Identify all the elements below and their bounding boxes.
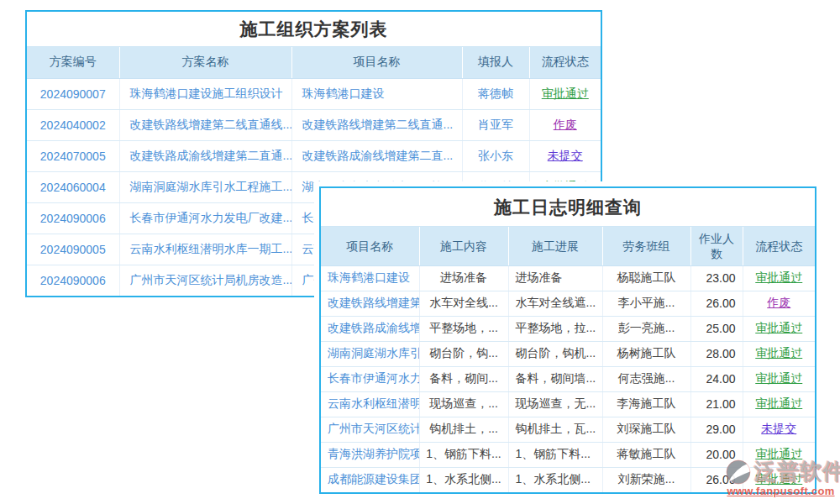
worker-count-cell: 25.00 bbox=[690, 316, 743, 341]
work-content-cell: 水车对全线... bbox=[419, 291, 508, 316]
table-row: 2024040002改建铁路线增建第二线直通线...改建铁路线增建第二线直通..… bbox=[27, 109, 601, 140]
column-header-status: 流程状态 bbox=[529, 47, 601, 78]
table-row: 长春市伊通河水力备料，砌间...备料，砌间墙...何志强施...24.00审批通… bbox=[321, 366, 815, 391]
table-row: 改建铁路线增建第水车对全线...水车对全线遮...李小平施...26.00作废 bbox=[321, 291, 815, 316]
labor-team-cell: 彭一亮施... bbox=[602, 316, 690, 341]
work-content-cell: 1、水系北侧... bbox=[419, 467, 508, 492]
header-row: 方案编号方案名称项目名称填报人流程状态 bbox=[27, 47, 601, 78]
table-row: 湖南洞庭湖水库引砌台阶，钩...砌台阶，钩机...杨树施工队28.00审批通过 bbox=[321, 341, 815, 366]
work-content-cell: 备料，砌间... bbox=[419, 366, 508, 391]
table-row: 2024090007珠海鹤港口建设施工组织设计珠海鹤港口建设蒋德帧审批通过 bbox=[27, 78, 601, 109]
project-name-cell[interactable]: 改建铁路成渝线增 bbox=[321, 316, 419, 341]
labor-team-cell: 杨聪施工队 bbox=[602, 265, 690, 291]
table-row: 改建铁路成渝线增平整场地，...平整场地，拉...彭一亮施...25.00审批通… bbox=[321, 316, 815, 341]
status-cell[interactable]: 审批通过 bbox=[743, 366, 815, 391]
table-row: 2024070005改建铁路成渝线增建第二直通...改建铁路成渝线增建第二直..… bbox=[27, 140, 601, 171]
status-cell[interactable]: 审批通过 bbox=[743, 316, 815, 341]
project-name-cell[interactable]: 珠海鹤港口建设 bbox=[291, 78, 462, 109]
work-progress-cell: 进场准备 bbox=[508, 265, 602, 291]
status-cell[interactable]: 审批通过 bbox=[743, 341, 815, 366]
worker-count-cell: 28.00 bbox=[690, 341, 743, 366]
status-cell[interactable]: 作废 bbox=[743, 291, 815, 316]
plan-id-cell[interactable]: 2024090006 bbox=[27, 265, 119, 296]
work-content-cell: 进场准备 bbox=[419, 265, 508, 291]
project-name-cell[interactable]: 青海洪湖养护院项 bbox=[321, 442, 419, 467]
plan-name-cell[interactable]: 广州市天河区统计局机房改造... bbox=[119, 265, 291, 296]
column-header-work-progress: 施工进展 bbox=[508, 227, 602, 265]
column-header-work-content: 施工内容 bbox=[419, 227, 508, 265]
plan-id-cell[interactable]: 2024090007 bbox=[27, 78, 119, 109]
worker-count-cell: 26.00 bbox=[690, 291, 743, 316]
worker-count-cell: 23.00 bbox=[690, 265, 743, 291]
worker-count-cell: 20.00 bbox=[690, 442, 743, 467]
reporter-cell: 蒋德帧 bbox=[462, 78, 529, 109]
plan-id-cell[interactable]: 2024040002 bbox=[27, 109, 119, 140]
project-name-cell[interactable]: 广州市天河区统计 bbox=[321, 417, 419, 442]
labor-team-cell: 蒋敏施工队 bbox=[602, 442, 690, 467]
work-progress-cell: 1、水系北侧... bbox=[508, 467, 602, 492]
table-row: 云南水利枢纽潜明现场巡查，...现场巡查，无...李海施工队21.00审批通过 bbox=[321, 391, 815, 417]
status-cell[interactable]: 审批通过 bbox=[743, 391, 815, 417]
reporter-cell: 肖亚军 bbox=[462, 109, 529, 140]
status-cell[interactable]: 未提交 bbox=[529, 140, 601, 171]
table-row: 成都能源建设集团1、水系北侧...1、水系北侧...刘新荣施...26.00审批… bbox=[321, 467, 815, 492]
column-header-worker-count: 作业人数 bbox=[690, 227, 743, 265]
column-header-project-name: 项目名称 bbox=[321, 227, 419, 265]
work-progress-cell: 1、钢筋下料... bbox=[508, 442, 602, 467]
plan-id-cell[interactable]: 2024060004 bbox=[27, 171, 119, 202]
worker-count-cell: 26.00 bbox=[690, 467, 743, 492]
reporter-cell: 张小东 bbox=[462, 140, 529, 171]
work-progress-cell: 钩机排土，瓦... bbox=[508, 417, 602, 442]
project-name-cell[interactable]: 改建铁路成渝线增建第二直... bbox=[291, 140, 462, 171]
labor-team-cell: 李海施工队 bbox=[602, 391, 690, 417]
plan-name-cell[interactable]: 云南水利枢纽潜明水库一期工... bbox=[119, 234, 291, 265]
status-cell[interactable]: 审批通过 bbox=[529, 78, 601, 109]
plan-id-cell[interactable]: 2024090005 bbox=[27, 234, 119, 265]
plan-name-cell[interactable]: 改建铁路线增建第二线直通线... bbox=[119, 109, 291, 140]
log-detail-body: 珠海鹤港口建设进场准备进场准备杨聪施工队23.00审批通过改建铁路线增建第水车对… bbox=[321, 265, 815, 492]
header-row: 项目名称施工内容施工进展劳务班组作业人数流程状态 bbox=[321, 227, 815, 265]
table-row: 青海洪湖养护院项1、钢筋下料...1、钢筋下料...蒋敏施工队20.00审批通过 bbox=[321, 442, 815, 467]
labor-team-cell: 刘琛施工队 bbox=[602, 417, 690, 442]
plan-id-cell[interactable]: 2024090006 bbox=[27, 202, 119, 234]
project-name-cell[interactable]: 珠海鹤港口建设 bbox=[321, 265, 419, 291]
plan-list-header: 方案编号方案名称项目名称填报人流程状态 bbox=[27, 47, 601, 78]
plan-name-cell[interactable]: 长春市伊通河水力发电厂改建... bbox=[119, 202, 291, 234]
status-cell[interactable]: 审批通过 bbox=[743, 467, 815, 492]
project-name-cell[interactable]: 长春市伊通河水力 bbox=[321, 366, 419, 391]
work-progress-cell: 现场巡查，无... bbox=[508, 391, 602, 417]
work-content-cell: 1、钢筋下料... bbox=[419, 442, 508, 467]
plan-name-cell[interactable]: 改建铁路成渝线增建第二直通... bbox=[119, 140, 291, 171]
project-name-cell[interactable]: 湖南洞庭湖水库引 bbox=[321, 341, 419, 366]
column-header-plan-id: 方案编号 bbox=[27, 47, 119, 78]
worker-count-cell: 29.00 bbox=[690, 417, 743, 442]
status-cell[interactable]: 作废 bbox=[529, 109, 601, 140]
plan-name-cell[interactable]: 珠海鹤港口建设施工组织设计 bbox=[119, 78, 291, 109]
worker-count-cell: 21.00 bbox=[690, 391, 743, 417]
project-name-cell[interactable]: 成都能源建设集团 bbox=[321, 467, 419, 492]
work-progress-cell: 备料，砌间墙... bbox=[508, 366, 602, 391]
column-header-labor-team: 劳务班组 bbox=[602, 227, 690, 265]
plan-id-cell[interactable]: 2024070005 bbox=[27, 140, 119, 171]
project-name-cell[interactable]: 云南水利枢纽潜明 bbox=[321, 391, 419, 417]
plan-name-cell[interactable]: 湖南洞庭湖水库引水工程施工... bbox=[119, 171, 291, 202]
labor-team-cell: 李小平施... bbox=[602, 291, 690, 316]
status-cell[interactable]: 未提交 bbox=[743, 417, 815, 442]
column-header-plan-name: 方案名称 bbox=[119, 47, 291, 78]
work-content-cell: 现场巡查，... bbox=[419, 391, 508, 417]
work-content-cell: 钩机排土，... bbox=[419, 417, 508, 442]
log-detail-table: 项目名称施工内容施工进展劳务班组作业人数流程状态 珠海鹤港口建设进场准备进场准备… bbox=[321, 227, 815, 492]
log-detail-title: 施工日志明细查询 bbox=[321, 188, 815, 227]
status-cell[interactable]: 审批通过 bbox=[743, 265, 815, 291]
log-detail-header: 项目名称施工内容施工进展劳务班组作业人数流程状态 bbox=[321, 227, 815, 265]
work-content-cell: 平整场地，... bbox=[419, 316, 508, 341]
project-name-cell[interactable]: 改建铁路线增建第二线直通... bbox=[291, 109, 462, 140]
plan-list-title: 施工组织方案列表 bbox=[27, 12, 601, 47]
project-name-cell[interactable]: 改建铁路线增建第 bbox=[321, 291, 419, 316]
page: 施工组织方案列表 方案编号方案名称项目名称填报人流程状态 2024090007珠… bbox=[0, 0, 840, 504]
column-header-status: 流程状态 bbox=[743, 227, 815, 265]
status-cell[interactable]: 审批通过 bbox=[743, 442, 815, 467]
column-header-project-name: 项目名称 bbox=[291, 47, 462, 78]
labor-team-cell: 杨树施工队 bbox=[602, 341, 690, 366]
work-progress-cell: 砌台阶，钩机... bbox=[508, 341, 602, 366]
